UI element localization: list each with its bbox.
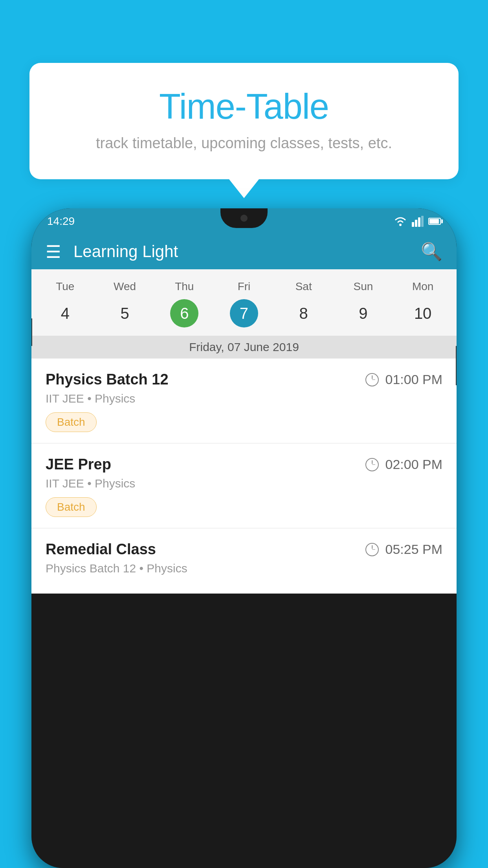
day-8[interactable]: 8 bbox=[274, 299, 334, 328]
schedule-time-value: 05:25 PM bbox=[385, 542, 442, 557]
day-header-fri: Fri bbox=[214, 277, 274, 296]
schedule-item-header: Physics Batch 12 01:00 PM bbox=[46, 371, 442, 388]
schedule-item-title: Remedial Class bbox=[46, 541, 156, 558]
day-header-wed: Wed bbox=[95, 277, 155, 296]
schedule-item-title: Physics Batch 12 bbox=[46, 371, 169, 388]
day-9[interactable]: 9 bbox=[334, 299, 393, 328]
app-title: Learning Light bbox=[73, 242, 411, 261]
schedule-item-time: 01:00 PM bbox=[365, 372, 442, 387]
app-bar: ☰ Learning Light 🔍 bbox=[31, 234, 457, 269]
schedule-item-subtitle: Physics Batch 12 • Physics bbox=[46, 562, 442, 575]
day-header-sun: Sun bbox=[334, 277, 393, 296]
day-header-sat: Sat bbox=[274, 277, 334, 296]
tooltip-title: Time-Table bbox=[61, 86, 427, 127]
status-time: 14:29 bbox=[47, 215, 75, 228]
batch-tag: Batch bbox=[46, 412, 97, 432]
schedule-item-title: JEE Prep bbox=[46, 456, 111, 473]
schedule-item[interactable]: JEE Prep 02:00 PM IIT JEE • Physics Batc… bbox=[31, 443, 457, 528]
signal-icon bbox=[412, 216, 424, 227]
day-header-thu: Thu bbox=[154, 277, 214, 296]
battery-icon bbox=[428, 218, 441, 225]
svg-rect-3 bbox=[418, 217, 420, 227]
current-date-label: Friday, 07 June 2019 bbox=[31, 336, 457, 359]
schedule-item[interactable]: Physics Batch 12 01:00 PM IIT JEE • Phys… bbox=[31, 359, 457, 443]
calendar-strip: Tue Wed Thu Fri Sat Sun Mon 4 5 6 7 8 9 … bbox=[31, 269, 457, 359]
svg-rect-1 bbox=[412, 222, 414, 227]
menu-icon[interactable]: ☰ bbox=[46, 242, 61, 262]
day-10[interactable]: 10 bbox=[393, 299, 453, 328]
schedule-item-time: 05:25 PM bbox=[365, 542, 442, 557]
svg-rect-4 bbox=[421, 216, 424, 227]
day-header-mon: Mon bbox=[393, 277, 453, 296]
search-icon[interactable]: 🔍 bbox=[421, 241, 442, 262]
schedule-list: Physics Batch 12 01:00 PM IIT JEE • Phys… bbox=[31, 359, 457, 594]
svg-point-0 bbox=[399, 224, 402, 226]
clock-icon bbox=[365, 543, 379, 556]
day-header-tue: Tue bbox=[35, 277, 95, 296]
batch-tag: Batch bbox=[46, 497, 97, 517]
tooltip-subtitle: track timetable, upcoming classes, tests… bbox=[61, 135, 427, 152]
schedule-item-header: JEE Prep 02:00 PM bbox=[46, 456, 442, 473]
day-7-selected[interactable]: 7 bbox=[230, 299, 258, 327]
schedule-item-subtitle: IIT JEE • Physics bbox=[46, 392, 442, 405]
day-4[interactable]: 4 bbox=[35, 299, 95, 328]
day-numbers: 4 5 6 7 8 9 10 bbox=[31, 296, 457, 336]
status-bar: 14:29 bbox=[31, 208, 457, 234]
schedule-item-subtitle: IIT JEE • Physics bbox=[46, 477, 442, 490]
phone-screen: Tue Wed Thu Fri Sat Sun Mon 4 5 6 7 8 9 … bbox=[31, 269, 457, 594]
schedule-item-time: 02:00 PM bbox=[365, 457, 442, 472]
day-6-today[interactable]: 6 bbox=[170, 299, 198, 327]
schedule-time-value: 02:00 PM bbox=[385, 457, 442, 472]
clock-icon bbox=[365, 373, 379, 386]
status-icons bbox=[394, 216, 441, 227]
phone-frame: 14:29 ☰ Lea bbox=[31, 208, 457, 868]
svg-rect-2 bbox=[415, 220, 417, 227]
phone-notch bbox=[220, 208, 268, 228]
tooltip-card: Time-Table track timetable, upcoming cla… bbox=[29, 63, 459, 179]
schedule-time-value: 01:00 PM bbox=[385, 372, 442, 387]
wifi-icon bbox=[394, 216, 407, 227]
clock-icon bbox=[365, 458, 379, 471]
camera-dot bbox=[240, 215, 248, 222]
schedule-item-header: Remedial Class 05:25 PM bbox=[46, 541, 442, 558]
day-headers: Tue Wed Thu Fri Sat Sun Mon bbox=[31, 277, 457, 296]
day-5[interactable]: 5 bbox=[95, 299, 155, 328]
schedule-item[interactable]: Remedial Class 05:25 PM Physics Batch 12… bbox=[31, 528, 457, 594]
